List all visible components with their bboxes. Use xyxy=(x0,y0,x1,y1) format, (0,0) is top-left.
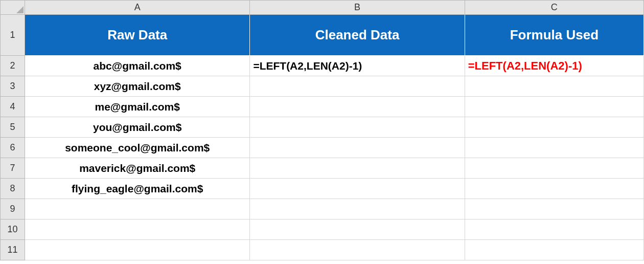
formula-part: ,LEN( xyxy=(521,59,550,72)
row-11: 11 xyxy=(1,240,644,260)
cell-c11[interactable] xyxy=(465,240,643,260)
cell-a6[interactable]: someone_cool@gmail.com$ xyxy=(25,138,250,158)
formula-text: =LEFT(A2,LEN(A2)-1) xyxy=(253,60,362,72)
spreadsheet-grid: A B C 1 Raw Data Cleaned Data Formula Us… xyxy=(0,0,644,260)
cell-a3[interactable]: xyz@gmail.com$ xyxy=(25,76,250,97)
cell-b1[interactable]: Cleaned Data xyxy=(250,15,465,56)
formula-part: -1) xyxy=(568,59,582,72)
formula-part: A2 xyxy=(507,59,521,72)
cell-c5[interactable] xyxy=(465,117,643,138)
row-header-3[interactable]: 3 xyxy=(1,76,25,97)
cell-a11[interactable] xyxy=(25,240,250,260)
cell-c4[interactable] xyxy=(465,97,643,117)
cell-a8[interactable]: flying_eagle@gmail.com$ xyxy=(25,179,250,199)
cell-a5[interactable]: you@gmail.com$ xyxy=(25,117,250,138)
row-header-5[interactable]: 5 xyxy=(1,117,25,138)
cell-b6[interactable] xyxy=(250,138,465,158)
cell-a4[interactable]: me@gmail.com$ xyxy=(25,97,250,117)
column-header-row: A B C xyxy=(1,1,644,15)
column-header-b[interactable]: B xyxy=(250,1,465,15)
row-header-4[interactable]: 4 xyxy=(1,97,25,117)
cell-c6[interactable] xyxy=(465,138,643,158)
cell-b8[interactable] xyxy=(250,179,465,199)
cell-b7[interactable] xyxy=(250,158,465,179)
cell-b3[interactable] xyxy=(250,76,465,97)
cell-b9[interactable] xyxy=(250,199,465,219)
row-9: 9 xyxy=(1,199,644,219)
cell-c10[interactable] xyxy=(465,219,643,240)
row-10: 10 xyxy=(1,219,644,240)
row-header-11[interactable]: 11 xyxy=(1,240,25,260)
cell-c3[interactable] xyxy=(465,76,643,97)
row-header-1[interactable]: 1 xyxy=(1,15,25,56)
row-8: 8 flying_eagle@gmail.com$ xyxy=(1,179,644,199)
cell-c2[interactable]: =LEFT(A2,LEN(A2)-1) xyxy=(465,56,643,76)
row-1: 1 Raw Data Cleaned Data Formula Used xyxy=(1,15,644,56)
cell-b11[interactable] xyxy=(250,240,465,260)
row-header-2[interactable]: 2 xyxy=(1,56,25,76)
row-2: 2 abc@gmail.com$ =LEFT(A2,LEN(A2)-1) =LE… xyxy=(1,56,644,76)
cell-c9[interactable] xyxy=(465,199,643,219)
cell-a10[interactable] xyxy=(25,219,250,240)
cell-a2[interactable]: abc@gmail.com$ xyxy=(25,56,250,76)
row-header-9[interactable]: 9 xyxy=(1,199,25,219)
cell-b2[interactable]: =LEFT(A2,LEN(A2)-1) xyxy=(250,56,465,76)
formula-part: A2 xyxy=(550,59,564,72)
select-all-corner[interactable] xyxy=(1,1,25,15)
cell-b10[interactable] xyxy=(250,219,465,240)
row-7: 7 maverick@gmail.com$ xyxy=(1,158,644,179)
formula-part: ) xyxy=(565,59,568,72)
row-header-10[interactable]: 10 xyxy=(1,219,25,240)
row-header-8[interactable]: 8 xyxy=(1,179,25,199)
cell-b4[interactable] xyxy=(250,97,465,117)
cell-a9[interactable] xyxy=(25,199,250,219)
row-3: 3 xyz@gmail.com$ xyxy=(1,76,644,97)
cell-c1[interactable]: Formula Used xyxy=(465,15,643,56)
row-header-6[interactable]: 6 xyxy=(1,138,25,158)
formula-part: =LEFT( xyxy=(468,59,507,72)
row-6: 6 someone_cool@gmail.com$ xyxy=(1,138,644,158)
cell-b5[interactable] xyxy=(250,117,465,138)
row-4: 4 me@gmail.com$ xyxy=(1,97,644,117)
cell-c8[interactable] xyxy=(465,179,643,199)
column-header-c[interactable]: C xyxy=(465,1,643,15)
column-header-a[interactable]: A xyxy=(25,1,250,15)
cell-a7[interactable]: maverick@gmail.com$ xyxy=(25,158,250,179)
row-header-7[interactable]: 7 xyxy=(1,158,25,179)
row-5: 5 you@gmail.com$ xyxy=(1,117,644,138)
cell-a1[interactable]: Raw Data xyxy=(25,15,250,56)
cell-c7[interactable] xyxy=(465,158,643,179)
